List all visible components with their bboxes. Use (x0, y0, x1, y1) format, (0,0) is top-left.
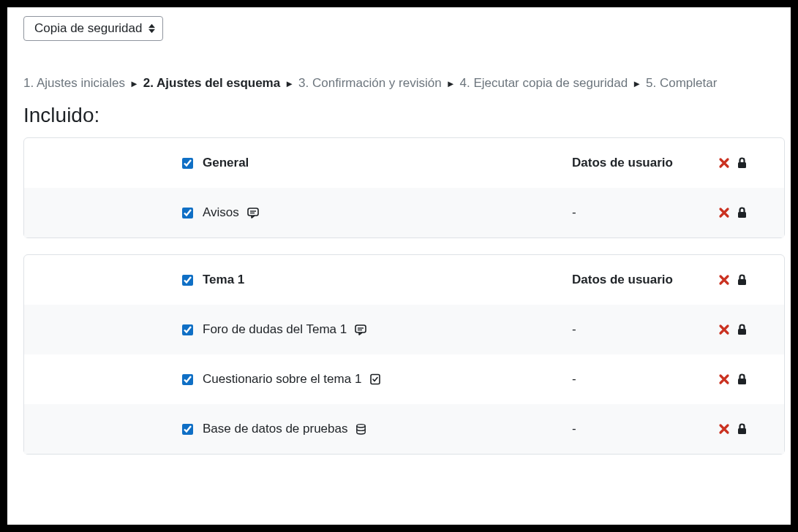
svg-rect-0 (738, 162, 746, 168)
include-section-checkbox[interactable] (182, 275, 193, 286)
step-5: 5. Completar (646, 76, 717, 91)
lock-icon (737, 423, 747, 435)
quiz-icon (369, 373, 382, 386)
backup-dropdown[interactable]: Copia de seguridad (23, 16, 163, 41)
user-data-header: Datos de usuario (572, 156, 673, 170)
svg-rect-9 (738, 329, 746, 335)
activity-label: Base de datos de pruebas (203, 422, 347, 436)
chevron-right-icon: ► (285, 78, 294, 89)
user-data-value: - (572, 322, 576, 336)
include-activity-checkbox[interactable] (182, 324, 193, 335)
section-header-label: General (203, 156, 249, 170)
cross-icon (718, 423, 730, 435)
cross-icon (718, 207, 730, 218)
activity-label: Avisos (203, 205, 239, 220)
section-title: Incluido: (23, 104, 785, 127)
include-activity-checkbox[interactable] (182, 424, 193, 435)
section-header-row: General Datos de usuario (24, 138, 784, 188)
step-3: 3. Confirmación y revisión (298, 76, 442, 91)
step-1: 1. Ajustes iniciales (23, 76, 125, 91)
step-2: 2. Ajustes del esquema (143, 76, 280, 91)
sort-icon (148, 24, 155, 34)
activity-row: Foro de dudas del Tema 1 - (24, 305, 784, 354)
user-data-value: - (572, 422, 576, 436)
forum-icon (246, 206, 260, 219)
include-activity-checkbox[interactable] (182, 374, 193, 385)
cross-icon (718, 373, 730, 385)
section-block: Tema 1 Datos de usuario Foro de dudas de… (23, 254, 785, 455)
activity-row: Avisos - (24, 188, 784, 238)
cross-icon (718, 157, 730, 169)
include-section-checkbox[interactable] (182, 158, 193, 169)
chevron-right-icon: ► (632, 78, 641, 89)
lock-icon (737, 274, 747, 286)
lock-icon (737, 324, 747, 335)
chevron-right-icon: ► (129, 78, 139, 89)
svg-rect-6 (355, 325, 366, 332)
activity-row: Base de datos de pruebas - (24, 404, 784, 454)
svg-rect-5 (738, 279, 746, 285)
svg-rect-11 (738, 379, 746, 384)
section-header-label: Tema 1 (203, 273, 244, 287)
section-header-row: Tema 1 Datos de usuario (24, 255, 784, 305)
activity-label: Foro de dudas del Tema 1 (203, 322, 347, 337)
step-4: 4. Ejecutar copia de seguridad (460, 76, 628, 91)
activity-row: Cuestionario sobre el tema 1 - (24, 354, 784, 404)
section-block: General Datos de usuario Avisos - (23, 137, 785, 238)
database-icon (355, 423, 367, 436)
svg-point-12 (357, 424, 365, 427)
chevron-right-icon: ► (446, 78, 456, 89)
lock-icon (737, 157, 747, 169)
lock-icon (737, 373, 747, 385)
user-data-value: - (572, 372, 576, 386)
cross-icon (718, 324, 730, 335)
forum-icon (354, 323, 367, 336)
svg-rect-13 (738, 428, 746, 434)
user-data-value: - (572, 205, 576, 219)
progress-steps: 1. Ajustes iniciales ► 2. Ajustes del es… (23, 76, 785, 91)
include-activity-checkbox[interactable] (182, 208, 193, 218)
backup-dropdown-label: Copia de seguridad (34, 21, 142, 35)
lock-icon (737, 207, 747, 218)
svg-rect-4 (738, 212, 746, 218)
cross-icon (718, 274, 730, 286)
svg-rect-1 (248, 208, 258, 216)
activity-label: Cuestionario sobre el tema 1 (203, 372, 361, 387)
user-data-header: Datos de usuario (572, 273, 673, 286)
